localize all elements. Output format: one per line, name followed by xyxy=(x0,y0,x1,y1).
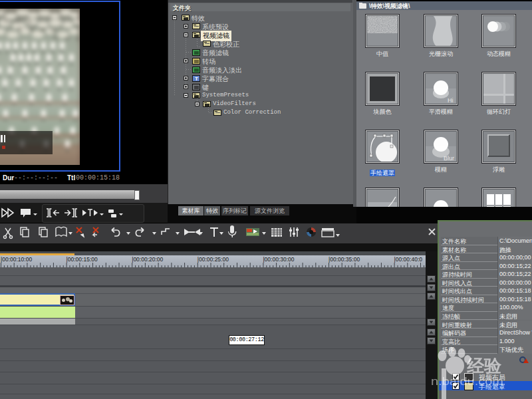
svg-text:Blur: Blur xyxy=(444,155,454,162)
svg-text:Hi: Hi xyxy=(448,97,454,104)
svg-text:n.baidu.com: n.baidu.com xyxy=(431,375,503,388)
svg-text:经验: 经验 xyxy=(466,356,502,376)
